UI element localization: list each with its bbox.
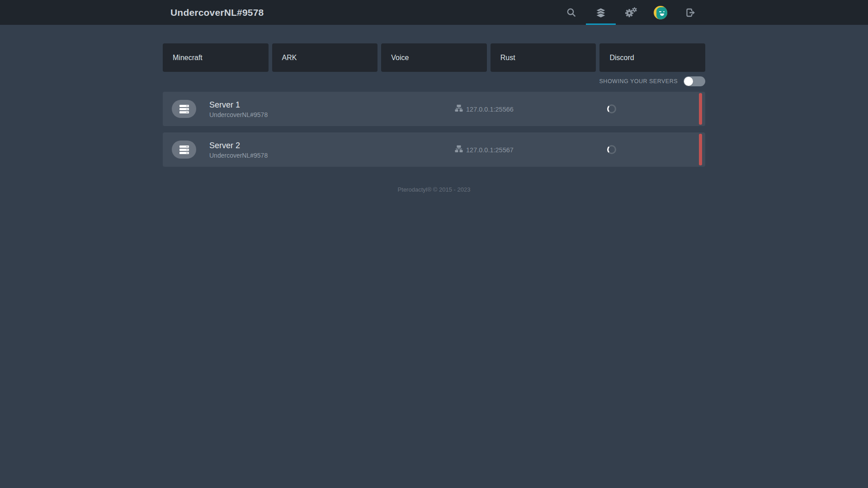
copyright-footer: Pterodactyl® © 2015 - 2023 [163, 186, 705, 193]
server-ip-text: 127.0.0.1:25566 [466, 105, 514, 113]
navbar-inner: UndercoverNL#9578 [163, 0, 705, 25]
server-icon [172, 100, 196, 118]
network-icon [455, 145, 463, 154]
server-name-block: Server 1 UndercoverNL#9578 [209, 100, 268, 118]
category-button-rust[interactable]: Rust [491, 43, 596, 72]
account-button[interactable] [646, 0, 675, 25]
server-ip-text: 127.0.0.1:25567 [466, 146, 514, 153]
app-title[interactable]: UndercoverNL#9578 [163, 7, 264, 18]
server-allocation: 127.0.0.1:25566 [455, 105, 514, 113]
category-button-ark[interactable]: ARK [272, 43, 378, 72]
server-name: Server 1 [209, 100, 268, 110]
server-icon [172, 141, 196, 159]
gears-icon [625, 7, 637, 18]
showing-your-servers-label: SHOWING YOUR SERVERS [599, 78, 678, 84]
server-status-bar [699, 134, 702, 165]
top-navbar: UndercoverNL#9578 [0, 0, 868, 25]
server-name: Server 2 [209, 141, 268, 150]
loading-spinner [607, 104, 616, 113]
server-row-2[interactable]: Server 2 UndercoverNL#9578 127.0.0.1:25 [163, 132, 705, 167]
search-button[interactable] [556, 0, 586, 25]
sign-out-icon [685, 8, 696, 18]
logout-button[interactable] [675, 0, 705, 25]
server-status-bar [699, 93, 702, 125]
server-owner: UndercoverNL#9578 [209, 152, 268, 159]
category-button-discord[interactable]: Discord [599, 43, 705, 72]
network-icon [455, 105, 463, 113]
server-row-1[interactable]: Server 1 UndercoverNL#9578 127.0.0.1:25 [163, 92, 705, 126]
server-allocation: 127.0.0.1:25567 [455, 145, 514, 154]
server-list: Server 1 UndercoverNL#9578 127.0.0.1:25 [163, 92, 705, 167]
loading-spinner [607, 145, 616, 154]
toggle-knob [684, 77, 693, 86]
show-your-servers-toggle[interactable] [684, 76, 705, 86]
navbar-icon-group [556, 0, 705, 25]
layers-icon [595, 7, 606, 18]
admin-settings-button[interactable] [616, 0, 646, 25]
search-icon [566, 8, 576, 17]
category-button-row: Minecraft ARK Voice Rust Discord [163, 43, 705, 72]
server-list-tab[interactable] [586, 0, 616, 25]
server-owner: UndercoverNL#9578 [209, 111, 268, 118]
main-content: Minecraft ARK Voice Rust Discord SHOWING… [163, 43, 705, 193]
server-name-block: Server 2 UndercoverNL#9578 [209, 141, 268, 159]
category-button-minecraft[interactable]: Minecraft [163, 43, 269, 72]
server-filter-row: SHOWING YOUR SERVERS [163, 76, 705, 86]
user-avatar [654, 6, 667, 19]
avatar-face [656, 7, 667, 19]
category-button-voice[interactable]: Voice [381, 43, 487, 72]
